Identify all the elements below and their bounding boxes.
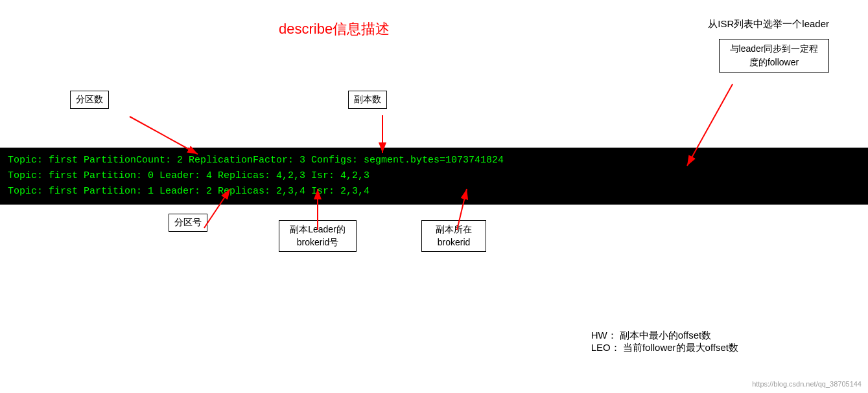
partition-count-annotation: 分区数 <box>70 91 109 109</box>
watermark: https://blog.csdn.net/qq_38705144 <box>752 380 862 388</box>
isr-follower-annotation: 与leader同步到一定程度的follower <box>719 39 829 73</box>
partition-number-annotation: 分区号 <box>169 214 207 232</box>
hw-label: HW： 副本中最小的offset数 LEO： 当前follower的最大offs… <box>591 330 738 354</box>
terminal-line1: Topic: first PartitionCount: 2 Replicati… <box>8 153 860 168</box>
replica-count-annotation: 副本数 <box>348 91 387 109</box>
replica-leader-annotation: 副本Leader的brokerid号 <box>279 220 357 252</box>
terminal-line3: Topic: first Partition: 1 Leader: 2 Repl… <box>8 184 860 199</box>
terminal-line2: Topic: first Partition: 0 Leader: 4 Repl… <box>8 168 860 184</box>
replica-broker-annotation: 副本所在brokerid <box>421 220 486 252</box>
page-title: describe信息描述 <box>279 19 390 39</box>
terminal-block: Topic: first PartitionCount: 2 Replicati… <box>0 148 868 205</box>
isr-leader-label: 从ISR列表中选举一个leader <box>708 18 829 30</box>
